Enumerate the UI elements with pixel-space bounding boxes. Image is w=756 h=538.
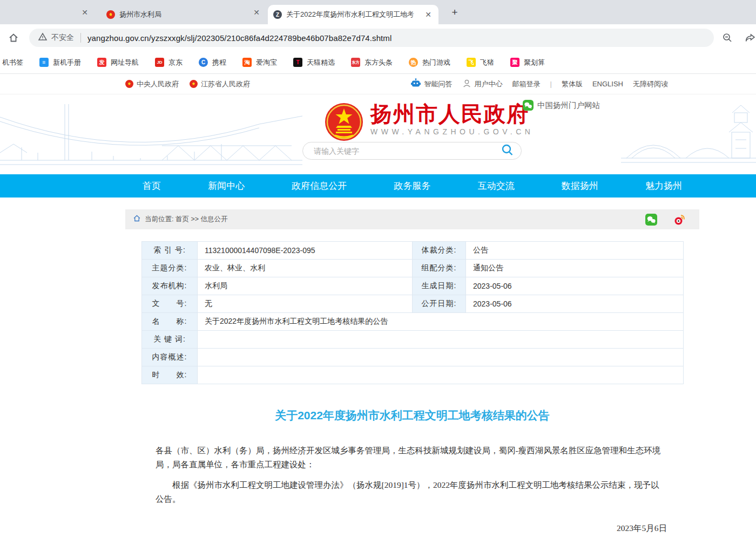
- meta-label: 公开日期:: [413, 295, 466, 313]
- url-text[interactable]: yangzhou.gov.cn/yzszxxgk/slj/202305/210c…: [87, 33, 392, 43]
- search-input[interactable]: [314, 147, 501, 155]
- nav-home[interactable]: 首页: [143, 180, 161, 192]
- juhuasuan-icon: 聚: [510, 58, 519, 67]
- meta-value: 农业、林业、水利: [198, 260, 413, 277]
- accessibility-link[interactable]: 无障碍阅读: [633, 79, 668, 89]
- partial-tab-close-icon[interactable]: ✕: [80, 8, 90, 17]
- share-wechat-icon[interactable]: [645, 214, 657, 226]
- home-icon[interactable]: [8, 31, 19, 45]
- breadcrumb-home-icon[interactable]: [133, 214, 141, 224]
- smart-qa-link[interactable]: 智能问答: [410, 78, 453, 90]
- portal-link[interactable]: 中国扬州门户网站: [523, 100, 600, 111]
- nav-interaction[interactable]: 互动交流: [478, 180, 515, 192]
- search-icon[interactable]: [501, 143, 515, 159]
- url-omnibox[interactable]: 不安全 yangzhou.gov.cn/yzszxxgk/slj/202305/…: [29, 29, 714, 47]
- share-icon[interactable]: [743, 31, 756, 45]
- meta-label: 发布机构:: [142, 277, 198, 295]
- site-title: 扬州市人民政府: [370, 102, 534, 126]
- taobao-icon: 淘: [242, 58, 252, 67]
- user-icon: [462, 79, 471, 90]
- site-utility-bar: ★ 中央人民政府 ★ 江苏省人民政府: [0, 74, 756, 94]
- bookmark-eastday[interactable]: 东方 东方头条: [351, 58, 393, 67]
- user-center-link[interactable]: 用户中心: [462, 79, 503, 90]
- games-icon: 热: [409, 58, 418, 67]
- wechat-icon: [523, 100, 534, 111]
- bookmark-url-navigation[interactable]: 发 网址导航: [97, 58, 139, 67]
- not-secure-warning-icon: [38, 32, 48, 44]
- bookmark-tmall[interactable]: T 天猫精选: [293, 58, 335, 67]
- bookmark-jd[interactable]: JD 京东: [155, 58, 183, 67]
- browser-tab-bar: ✕ ★ 扬州市水利局 ✕ Z 关于2022年度扬州市水利工程文明工地考 ✕ +: [0, 0, 756, 24]
- omnibox-divider: [80, 33, 81, 43]
- traditional-chinese-link[interactable]: 繁体版: [562, 79, 583, 89]
- tab-title: 关于2022年度扬州市水利工程文明工地考: [286, 10, 423, 19]
- nav-news-center[interactable]: 新闻中心: [208, 180, 245, 192]
- nav-data-yangzhou[interactable]: 数据扬州: [562, 180, 598, 192]
- document-meta-table: 索 引 号: 11321000014407098E-2023-095 体裁分类:…: [141, 241, 684, 384]
- manual-icon: ≡: [39, 58, 49, 67]
- table-row: 索 引 号: 11321000014407098E-2023-095 体裁分类:…: [142, 242, 684, 260]
- browser-address-bar: 不安全 yangzhou.gov.cn/yzszxxgk/slj/202305/…: [0, 24, 756, 51]
- nav-charm-yangzhou[interactable]: 魅力扬州: [645, 180, 682, 192]
- tab-close-icon[interactable]: ✕: [252, 8, 261, 17]
- breadcrumb-text[interactable]: 当前位置: 首页 >> 信息公开: [145, 215, 228, 224]
- site-banner: 扬州市人民政府 WWW.YANGZHOU.GOV.CN 中国扬州门户网站: [0, 94, 756, 174]
- security-label: 不安全: [51, 33, 74, 43]
- gov-emblem-icon: ★: [125, 80, 133, 88]
- table-row: 主题分类: 农业、林业、水利 组配分类: 通知公告: [142, 260, 684, 277]
- tab-title: 扬州市水利局: [119, 10, 262, 19]
- active-tab-close-icon[interactable]: ✕: [423, 10, 433, 19]
- ctrip-dolphin-icon: C: [199, 58, 208, 67]
- utility-separator: |: [550, 80, 552, 88]
- bookmark-ctrip[interactable]: C 携程: [199, 58, 226, 67]
- meta-value: 2023-05-06: [466, 295, 684, 313]
- share-weibo-icon[interactable]: [673, 214, 685, 226]
- bookmark-mobile-bookmarks[interactable]: 机书签: [2, 58, 23, 67]
- meta-label: 文 号:: [142, 295, 198, 313]
- article-title: 关于2022年度扬州市水利工程文明工地考核结果的公告: [125, 408, 699, 423]
- meta-value: [198, 349, 684, 366]
- bookmark-aitaobao[interactable]: 淘 爱淘宝: [242, 58, 277, 67]
- bookmark-hot-games[interactable]: 热 热门游戏: [409, 58, 450, 67]
- breadcrumb: 当前位置: 首页 >> 信息公开: [125, 209, 699, 229]
- meta-label: 名 称:: [142, 313, 198, 331]
- bookmark-fliggy[interactable]: 飞 飞猪: [467, 58, 494, 67]
- jd-icon: JD: [155, 58, 164, 67]
- new-tab-button[interactable]: +: [448, 6, 461, 19]
- nav-site-icon: 发: [97, 58, 106, 67]
- article-date: 2023年5月6日: [156, 521, 667, 535]
- site-logo[interactable]: 扬州市人民政府 WWW.YANGZHOU.GOV.CN: [324, 102, 534, 142]
- bookmark-juhuasuan[interactable]: 聚 聚划算: [510, 58, 545, 67]
- table-row: 内容概述:: [142, 349, 684, 366]
- meta-value: 2023-05-06: [466, 277, 684, 295]
- english-link[interactable]: ENGLISH: [592, 80, 623, 88]
- meta-value: 无: [198, 295, 413, 313]
- zoom-out-icon[interactable]: [720, 31, 734, 45]
- meta-value: 11321000014407098E-2023-095: [198, 242, 413, 260]
- gov-emblem-icon: ★: [190, 80, 198, 88]
- table-row: 文 号: 无 公开日期: 2023-05-06: [142, 295, 684, 313]
- meta-value: 水利局: [198, 277, 413, 295]
- nav-gov-services[interactable]: 政务服务: [394, 180, 430, 192]
- tab-yangzhou-water-bureau[interactable]: ★ 扬州市水利局: [100, 5, 262, 24]
- meta-value: 公告: [466, 242, 684, 260]
- meta-label: 关 键 词:: [142, 331, 198, 349]
- table-row: 名 称: 关于2022年度扬州市水利工程文明工地考核结果的公告: [142, 313, 684, 331]
- gov-emblem-favicon: ★: [106, 10, 115, 19]
- robot-icon: [410, 78, 421, 90]
- meta-label: 组配分类:: [413, 260, 466, 277]
- bookmark-new-phone-manual[interactable]: ≡ 新机手册: [39, 58, 81, 67]
- mail-login-link[interactable]: 邮箱登录: [512, 79, 541, 89]
- nav-gov-info-disclosure[interactable]: 政府信息公开: [292, 180, 347, 192]
- link-jiangsu-government[interactable]: ★ 江苏省人民政府: [190, 79, 250, 89]
- meta-value: 关于2022年度扬州市水利工程文明工地考核结果的公告: [198, 313, 684, 331]
- meta-label: 时 效:: [142, 366, 198, 384]
- meta-label: 内容概述:: [142, 349, 198, 366]
- table-row: 关 键 词:: [142, 331, 684, 349]
- meta-label: 生成日期:: [413, 277, 466, 295]
- tab-active-announcement[interactable]: Z 关于2022年度扬州市水利工程文明工地考 ✕: [268, 5, 438, 24]
- table-row: 时 效:: [142, 366, 684, 384]
- site-search-box: [302, 142, 522, 160]
- link-central-government[interactable]: ★ 中央人民政府: [125, 79, 179, 89]
- page-content: 当前位置: 首页 >> 信息公开: [0, 198, 756, 538]
